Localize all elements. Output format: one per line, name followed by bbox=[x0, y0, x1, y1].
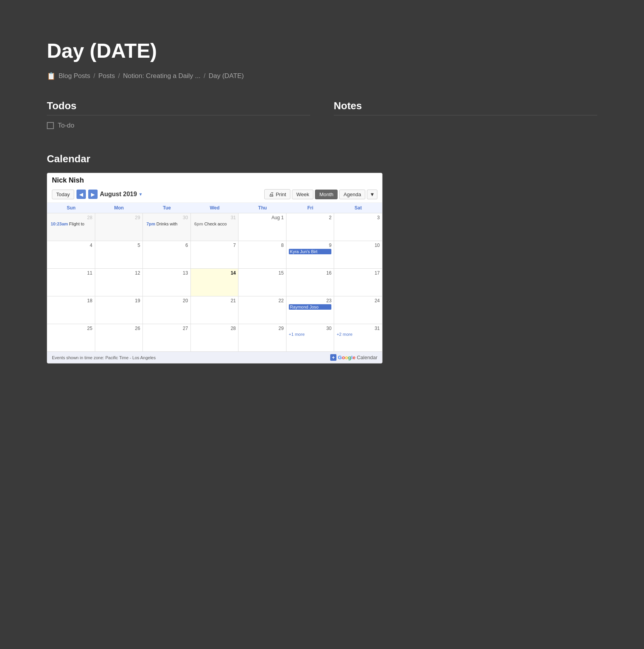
cal-cell-aug15[interactable]: 15 bbox=[238, 269, 286, 296]
google-calendar-logo[interactable]: + Google Calendar bbox=[330, 354, 377, 361]
cal-cell-aug12[interactable]: 12 bbox=[95, 269, 143, 296]
cal-cell-aug25[interactable]: 25 bbox=[47, 324, 95, 351]
cal-cell-aug22[interactable]: 22 bbox=[238, 296, 286, 324]
cal-date: 30 bbox=[145, 215, 188, 220]
page-container: Day (DATE) 📋 Blog Posts / Posts / Notion… bbox=[0, 0, 644, 395]
breadcrumb-item-3[interactable]: Notion: Creating a Daily ... bbox=[123, 72, 200, 80]
cal-cell-jul28[interactable]: 28 10:23am Flight to bbox=[47, 213, 95, 241]
cal-cell-aug8[interactable]: 8 bbox=[238, 241, 286, 268]
cal-print-label: Print bbox=[276, 192, 286, 197]
cal-month-button[interactable]: Month bbox=[315, 190, 338, 199]
cal-month-dropdown-icon[interactable]: ▼ bbox=[139, 192, 143, 197]
cal-day-thu: Thu bbox=[238, 203, 286, 213]
cal-date: 6 bbox=[145, 243, 188, 248]
cal-date: 5 bbox=[98, 243, 141, 248]
cal-week-button[interactable]: Week bbox=[292, 190, 313, 199]
cal-event-raymond[interactable]: Raymond Joso bbox=[289, 304, 332, 310]
todo-item: To-do bbox=[47, 122, 310, 129]
cal-cell-aug18[interactable]: 18 bbox=[47, 296, 95, 324]
cal-cell-aug10[interactable]: 10 bbox=[334, 241, 382, 268]
cal-cell-aug11[interactable]: 11 bbox=[47, 269, 95, 296]
cal-date: 8 bbox=[241, 243, 284, 248]
cal-cell-aug29[interactable]: 29 bbox=[238, 324, 286, 351]
cal-cell-aug30[interactable]: 30 +1 more bbox=[286, 324, 334, 351]
todos-col: Todos To-do bbox=[47, 100, 310, 129]
calendar-section-title: Calendar bbox=[47, 153, 597, 165]
cal-more-aug30[interactable]: +1 more bbox=[289, 332, 332, 337]
cal-cell-aug31[interactable]: 31 +2 more bbox=[334, 324, 382, 351]
cal-date: 25 bbox=[50, 326, 93, 331]
breadcrumb-sep-3: / bbox=[204, 72, 206, 80]
notes-title: Notes bbox=[334, 100, 597, 115]
cal-date: 30 bbox=[289, 326, 332, 331]
cal-cell-aug19[interactable]: 19 bbox=[95, 296, 143, 324]
cal-print-icon: 🖨 bbox=[269, 191, 274, 197]
cal-day-sat: Sat bbox=[334, 203, 382, 213]
breadcrumb-sep-1: / bbox=[93, 72, 95, 80]
cal-cell-aug7[interactable]: 7 bbox=[191, 241, 239, 268]
cal-week-5: 25 26 27 28 29 30 bbox=[47, 324, 382, 351]
cal-owner-row: Nick Nish bbox=[47, 173, 382, 186]
breadcrumb-item-2[interactable]: Posts bbox=[98, 72, 115, 80]
cal-cell-aug2[interactable]: 2 bbox=[286, 213, 334, 241]
breadcrumb-item-1[interactable]: Blog Posts bbox=[59, 72, 90, 80]
cal-agenda-button[interactable]: Agenda bbox=[339, 190, 365, 199]
cal-print-button[interactable]: 🖨 Print bbox=[264, 189, 290, 199]
cal-cell-aug13[interactable]: 13 bbox=[143, 269, 191, 296]
gcal-plus-icon: + bbox=[330, 354, 336, 361]
cal-cell-aug3[interactable]: 3 bbox=[334, 213, 382, 241]
cal-date: 14 bbox=[193, 270, 236, 276]
cal-cell-aug24[interactable]: 24 bbox=[334, 296, 382, 324]
cal-cell-aug27[interactable]: 27 bbox=[143, 324, 191, 351]
cal-week-4: 18 19 20 21 22 23 bbox=[47, 296, 382, 324]
cal-event-kyra[interactable]: Kyra Jun's Birt bbox=[289, 249, 332, 254]
cal-view-buttons: 🖨 Print Week Month Agenda ▼ bbox=[264, 189, 377, 199]
cal-header: Today ◀ ▶ August 2019 ▼ 🖨 Print Week Mon… bbox=[47, 186, 382, 203]
todo-checkbox[interactable] bbox=[47, 122, 54, 129]
cal-cell-aug28[interactable]: 28 bbox=[191, 324, 239, 351]
cal-cell-aug16[interactable]: 16 bbox=[286, 269, 334, 296]
cal-date: 3 bbox=[336, 215, 380, 220]
cal-cell-aug6[interactable]: 6 bbox=[143, 241, 191, 268]
calendar-embed: Nick Nish Today ◀ ▶ August 2019 ▼ 🖨 Pri bbox=[47, 173, 382, 364]
cal-date: 21 bbox=[193, 298, 236, 303]
cal-nav: Today ◀ ▶ August 2019 ▼ bbox=[52, 190, 143, 199]
cal-timezone-text: Events shown in time zone: Pacific Time … bbox=[52, 355, 156, 360]
cal-date: 19 bbox=[98, 298, 141, 303]
cal-owner-name: Nick Nish bbox=[52, 176, 84, 184]
cal-date: 31 bbox=[193, 215, 236, 220]
cal-more-aug31[interactable]: +2 more bbox=[336, 332, 380, 337]
cal-date: 18 bbox=[50, 298, 93, 303]
cal-cell-aug1[interactable]: Aug 1 bbox=[238, 213, 286, 241]
cal-month-text: August 2019 bbox=[100, 191, 137, 198]
cal-cell-aug17[interactable]: 17 bbox=[334, 269, 382, 296]
cal-cell-jul29[interactable]: 29 bbox=[95, 213, 143, 241]
cal-date: 15 bbox=[241, 270, 284, 276]
cal-cell-jul30[interactable]: 30 7pm Drinks with bbox=[143, 213, 191, 241]
cal-prev-button[interactable]: ◀ bbox=[76, 190, 86, 199]
cal-date: Aug 1 bbox=[241, 215, 284, 220]
todos-notes-section: Todos To-do Notes bbox=[47, 100, 597, 129]
calendar-section: Calendar Nick Nish Today ◀ ▶ August 2019… bbox=[47, 153, 597, 364]
cal-month-label: August 2019 ▼ bbox=[100, 191, 143, 198]
cal-date: 13 bbox=[145, 270, 188, 276]
cal-week-3: 11 12 13 14 15 16 bbox=[47, 269, 382, 296]
cal-today-button[interactable]: Today bbox=[52, 190, 74, 199]
cal-next-button[interactable]: ▶ bbox=[88, 190, 98, 199]
cal-cell-aug14[interactable]: 14 bbox=[191, 269, 239, 296]
cal-cell-jul31[interactable]: 31 6pm Check acco bbox=[191, 213, 239, 241]
cal-cell-aug20[interactable]: 20 bbox=[143, 296, 191, 324]
cal-week-1: 28 10:23am Flight to 29 30 7pm Drinks wi… bbox=[47, 213, 382, 241]
cal-cell-aug4[interactable]: 4 bbox=[47, 241, 95, 268]
cal-date: 22 bbox=[241, 298, 284, 303]
cal-days-header: Sun Mon Tue Wed Thu Fri Sat bbox=[47, 203, 382, 213]
cal-cell-aug23[interactable]: 23 Raymond Joso bbox=[286, 296, 334, 324]
cal-cell-aug26[interactable]: 26 bbox=[95, 324, 143, 351]
cal-cell-aug5[interactable]: 5 bbox=[95, 241, 143, 268]
cal-cell-aug9[interactable]: 9 Kyra Jun's Birt bbox=[286, 241, 334, 268]
cal-date: 10 bbox=[336, 243, 380, 248]
cal-cell-aug21[interactable]: 21 bbox=[191, 296, 239, 324]
cal-agenda-dropdown-button[interactable]: ▼ bbox=[367, 190, 377, 199]
todos-title: Todos bbox=[47, 100, 310, 115]
cal-date: 31 bbox=[336, 326, 380, 331]
